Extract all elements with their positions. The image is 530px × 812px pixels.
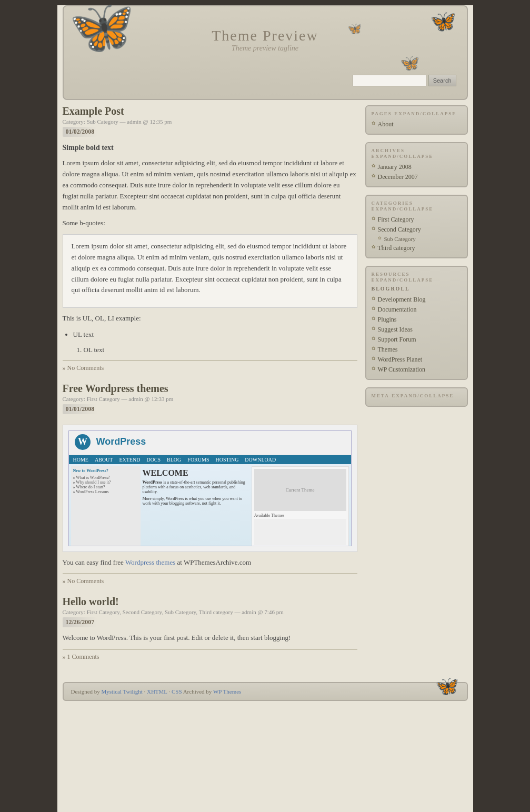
butterfly-top-right-icon: 🦋 [430,9,456,34]
meta-widget: META EXPAND/COLLAPSE [365,387,468,407]
category-sub[interactable]: Sub Category [372,235,462,243]
archives-item-jan[interactable]: January 2008 [372,162,462,172]
wp-main-area: WELCOME WordPress is a state-of-the-art … [141,466,252,546]
categories-widget: CATEGORIES EXPAND/COLLAPSE First Categor… [365,195,468,258]
search-input[interactable] [353,75,426,86]
wp-content-area: New to WordPress? » What is WordPress? »… [69,464,351,546]
footer: Designed by Mystical Twilight · XHTML · … [63,682,468,701]
resource-docs[interactable]: Documentation [372,305,462,315]
footer-text: Designed by [71,688,100,695]
wp-theme-box: Current Theme Available Themes [252,466,349,546]
footer-butterfly-icon: 🦋 [435,675,459,697]
post-1-blockquote: Lorem ipsum dolor sit amet, consectetur … [63,234,357,308]
footer-link-css[interactable]: CSS [172,688,182,695]
butterfly-deco-1-icon: 🦋 [347,22,362,36]
archives-item-dec[interactable]: December 2007 [372,172,462,182]
category-second[interactable]: Second Category [372,225,462,235]
post-1-body: Lorem ipsum dolor sit amet, consectetur … [63,158,357,213]
category-third[interactable]: Third category [372,243,462,253]
resource-plugins[interactable]: Plugins [372,315,462,325]
blogroll-title: BLOGROLL [372,286,462,292]
meta-widget-title: META EXPAND/COLLAPSE [372,393,462,398]
wp-nav-bar: HOMEABOUTEXTENDDOCSBLOGFORUMSHOSTINGDOWN… [69,455,351,464]
main-content: Example Post Category: Sub Category — ad… [63,105,357,671]
post-2-content: You can easy find free Wordpress themes … [63,557,357,568]
post-1-blockquote-text: Lorem ipsum dolor sit amet, consectetur … [72,241,348,296]
wp-sidebar: New to WordPress? » What is WordPress? »… [71,466,141,546]
resource-wp-custom[interactable]: WP Customization [372,365,462,375]
search-bar: Search [353,75,456,86]
resources-widget-title: RESOURCES EXPAND/COLLAPSE [372,271,462,283]
footer-link-wp-themes[interactable]: WP Themes [213,688,241,695]
categories-widget-title: CATEGORIES EXPAND/COLLAPSE [372,200,462,212]
archives-widget: ARCHIVES EXPAND/COLLAPSE January 2008 De… [365,142,468,187]
footer-sep2: · [168,688,170,695]
post-1-title: Example Post [63,105,357,117]
post-3-meta: Category: First Category, Second Categor… [63,609,357,615]
post-1-comments[interactable]: No Comments [63,364,357,372]
wp-screenshot: W WordPress HOMEABOUTEXTENDDOCSBLOGFORUM… [63,425,357,552]
pages-widget-title: PAGES EXPAND/COLLAPSE [372,111,462,116]
footer-link-mystical[interactable]: Mystical Twilight [102,688,143,695]
archives-widget-title: ARCHIVES EXPAND/COLLAPSE [372,147,462,159]
post-1-content: Simple bold text Lorem ipsum dolor sit a… [63,142,357,356]
post-2-meta: Category: First Category — admin @ 12:33… [63,396,357,402]
resources-widget: RESOURCES EXPAND/COLLAPSE BLOGROLL Devel… [365,266,468,380]
post-2-body-pre: You can easy find free [63,558,124,566]
post-1: Example Post Category: Sub Category — ad… [63,105,357,372]
post-3-content: Welcome to WordPress. This is your first… [63,633,357,644]
resource-wp-planet[interactable]: WordPress Planet [372,355,462,365]
post-1-ol-item: OL text [84,345,357,356]
post-1-ul-item: UL text [73,329,357,340]
resource-suggest-ideas[interactable]: Suggest Ideas [372,325,462,335]
post-3-body: Welcome to WordPress. This is your first… [63,633,357,644]
post-3-comments[interactable]: 1 Comments [63,653,357,661]
content-area: Example Post Category: Sub Category — ad… [57,100,473,677]
footer-link-xhtml[interactable]: XHTML [147,688,167,695]
post-1-ol: OL text [84,345,357,356]
footer-sep1: · [144,688,145,695]
pages-item-about[interactable]: About [372,119,462,129]
resource-support-forum[interactable]: Support Forum [372,335,462,345]
post-1-date: 01/02/2008 [63,127,98,137]
post-1-list-label: This is UL, OL, LI example: [63,313,357,324]
post-2-link[interactable]: Wordpress themes [125,558,175,566]
post-2-title: Free Wordpress themes [63,383,357,395]
post-2-comments[interactable]: No Comments [63,577,357,585]
resource-themes[interactable]: Themes [372,345,462,355]
post-2-body-post: at WPThemesArchive.com [177,558,252,566]
svg-text:W: W [78,436,87,447]
post-1-bquote-label: Some b-quotes: [63,218,357,229]
resource-dev-blog[interactable]: Development Blog [372,295,462,305]
page-wrapper: 🦋 🦋 🦋 🦋 Theme Preview Theme preview tagl… [57,5,473,812]
category-first[interactable]: First Category [372,215,462,225]
wp-screenshot-inner: W WordPress HOMEABOUTEXTENDDOCSBLOGFORUM… [68,430,352,546]
sidebar: PAGES EXPAND/COLLAPSE About ARCHIVES EXP… [365,105,468,414]
post-3-title: Hello world! [63,596,357,608]
wp-logo: W WordPress [74,430,146,452]
post-1-ul: UL text [73,329,357,340]
post-2-body: You can easy find free Wordpress themes … [63,557,357,568]
search-button[interactable]: Search [428,75,456,86]
post-3: Hello world! Category: First Category, S… [63,596,357,661]
post-1-heading: Simple bold text [63,142,357,154]
butterfly-left-icon: 🦋 [69,1,135,54]
post-1-meta: Category: Sub Category — admin @ 12:35 p… [63,118,357,125]
post-2-date: 01/01/2008 [63,404,98,414]
footer-text2: Archived by [183,688,212,695]
header: 🦋 🦋 🦋 🦋 Theme Preview Theme preview tagl… [63,5,468,100]
butterfly-deco-2-icon: 🦋 [400,54,419,72]
post-2: Free Wordpress themes Category: First Ca… [63,383,357,586]
post-3-date: 12/26/2007 [63,617,98,627]
pages-widget: PAGES EXPAND/COLLAPSE About [365,105,468,135]
